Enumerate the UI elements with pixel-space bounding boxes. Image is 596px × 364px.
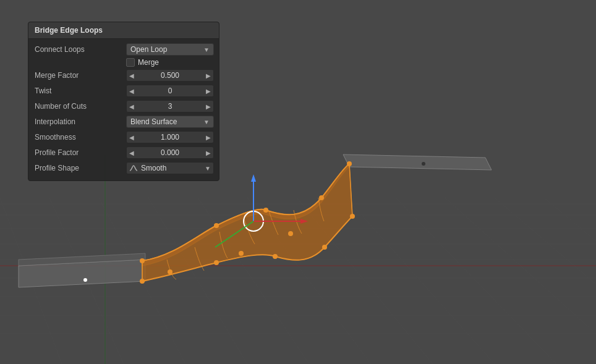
twist-control[interactable]: ◀ 0 ▶ (126, 85, 214, 97)
smoothness-value: 1.000 (137, 133, 203, 142)
bridge-edge-loops-panel: Bridge Edge Loops Connect Loops Open Loo… (28, 22, 219, 181)
twist-label: Twist (33, 87, 126, 95)
merge-factor-increment[interactable]: ▶ (203, 72, 213, 79)
profile-shape-dropdown[interactable]: Smooth ▼ (126, 162, 214, 174)
profile-shape-row: Profile Shape Smooth ▼ (33, 161, 214, 175)
profile-shape-value: Smooth (141, 164, 202, 172)
svg-point-45 (239, 251, 244, 256)
merge-checkbox-row: Merge (126, 58, 214, 67)
panel-body: Connect Loops Open Loop ▼ Merge Merge Fa… (28, 39, 219, 180)
interpolation-row: Interpolation Blend Surface ▼ (33, 115, 214, 129)
merge-label: Merge (138, 58, 159, 67)
twist-field[interactable]: ◀ 0 ▶ (126, 85, 214, 97)
connect-loops-row: Connect Loops Open Loop ▼ (33, 43, 214, 56)
profile-shape-label: Profile Shape (33, 164, 126, 172)
twist-value: 0 (137, 87, 203, 95)
smoothness-increment[interactable]: ▶ (203, 134, 213, 141)
svg-point-43 (350, 214, 355, 219)
connect-loops-label: Connect Loops (33, 45, 126, 54)
profile-factor-label: Profile Factor (33, 148, 126, 157)
profile-shape-control[interactable]: Smooth ▼ (126, 162, 214, 174)
profile-factor-field[interactable]: ◀ 0.000 ▶ (126, 146, 214, 159)
svg-point-40 (319, 195, 324, 200)
svg-point-35 (140, 279, 145, 284)
profile-shape-arrow-icon: ▼ (205, 165, 211, 172)
twist-row: Twist ◀ 0 ▶ (33, 84, 214, 98)
interpolation-control[interactable]: Blend Surface ▼ (126, 116, 214, 128)
dropdown-arrow-icon: ▼ (203, 46, 210, 53)
connect-loops-value: Open Loop (130, 45, 167, 54)
profile-factor-row: Profile Factor ◀ 0.000 ▶ (33, 146, 214, 159)
svg-point-44 (168, 269, 172, 274)
merge-factor-decrement[interactable]: ◀ (127, 72, 137, 79)
svg-point-38 (263, 208, 268, 213)
svg-point-31 (422, 162, 425, 166)
profile-factor-value: 0.000 (137, 148, 203, 157)
merge-factor-label: Merge Factor (33, 71, 126, 80)
smoothness-row: Smoothness ◀ 1.000 ▶ (33, 130, 214, 144)
svg-point-39 (273, 254, 278, 259)
number-of-cuts-value: 3 (137, 102, 203, 111)
svg-point-46 (288, 231, 293, 236)
number-of-cuts-decrement[interactable]: ◀ (127, 103, 137, 110)
profile-factor-control[interactable]: ◀ 0.000 ▶ (126, 146, 214, 159)
merge-factor-row: Merge Factor ◀ 0.500 ▶ (33, 69, 214, 82)
svg-point-34 (140, 258, 145, 263)
twist-decrement[interactable]: ◀ (127, 88, 137, 95)
panel-title: Bridge Edge Loops (28, 22, 219, 39)
merge-factor-control[interactable]: ◀ 0.500 ▶ (126, 69, 214, 82)
smoothness-decrement[interactable]: ◀ (127, 134, 137, 141)
number-of-cuts-label: Number of Cuts (33, 102, 126, 111)
svg-point-42 (347, 161, 352, 166)
svg-point-36 (214, 223, 219, 228)
twist-increment[interactable]: ▶ (203, 88, 213, 95)
svg-point-29 (83, 278, 87, 282)
merge-factor-field[interactable]: ◀ 0.500 ▶ (126, 69, 214, 82)
number-of-cuts-increment[interactable]: ▶ (203, 103, 213, 110)
number-of-cuts-field[interactable]: ◀ 3 ▶ (126, 100, 214, 112)
number-of-cuts-control[interactable]: ◀ 3 ▶ (126, 100, 214, 112)
number-of-cuts-row: Number of Cuts ◀ 3 ▶ (33, 99, 214, 113)
profile-factor-decrement[interactable]: ◀ (127, 150, 137, 156)
interpolation-dropdown[interactable]: Blend Surface ▼ (126, 116, 214, 128)
profile-factor-increment[interactable]: ▶ (203, 150, 213, 156)
interpolation-value: Blend Surface (130, 117, 177, 126)
smoothness-field[interactable]: ◀ 1.000 ▶ (126, 131, 214, 143)
connect-loops-dropdown[interactable]: Open Loop ▼ (126, 43, 214, 56)
smooth-curve-icon (129, 164, 138, 172)
smoothness-control[interactable]: ◀ 1.000 ▶ (126, 131, 214, 143)
svg-point-37 (214, 260, 219, 265)
interpolation-label: Interpolation (33, 117, 126, 126)
svg-point-41 (322, 245, 327, 250)
smoothness-label: Smoothness (33, 133, 126, 142)
connect-loops-control[interactable]: Open Loop ▼ (126, 43, 214, 56)
interpolation-dropdown-arrow-icon: ▼ (203, 119, 210, 125)
merge-checkbox[interactable] (126, 58, 135, 67)
merge-factor-value: 0.500 (137, 71, 203, 80)
